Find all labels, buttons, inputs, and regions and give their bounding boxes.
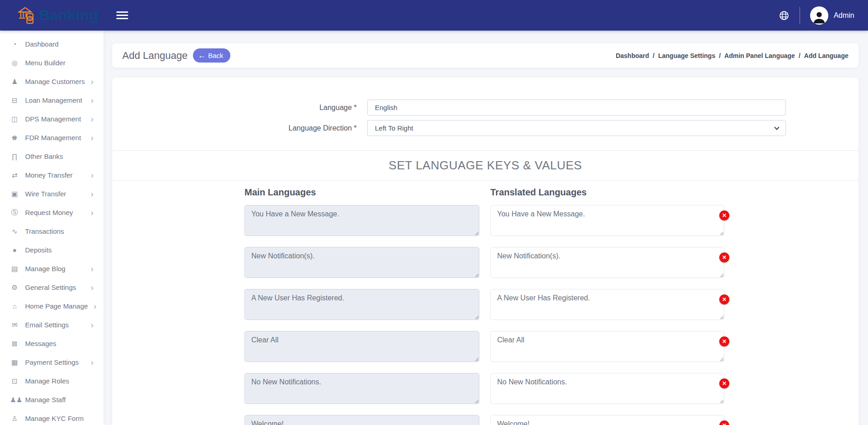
sidebar-item-fdr-management[interactable]: ♚ FDR Management ›	[0, 128, 104, 147]
sidebar-item-wire-transfer[interactable]: ▣ Wire Transfer ›	[0, 184, 104, 203]
sidebar-item-manage-customers[interactable]: ♟ Manage Customers ›	[0, 72, 104, 91]
main-language-textarea[interactable]: Clear All	[244, 331, 479, 362]
back-button-label: Back	[208, 52, 223, 59]
brand-logo[interactable]: $ Banking	[0, 4, 104, 27]
page-title: Add Language	[122, 50, 187, 62]
translated-language-textarea[interactable]: New Notification(s).	[490, 247, 724, 278]
sidebar-item-other-banks[interactable]: ∏ Other Banks	[0, 147, 104, 166]
exchange-arrows-icon: ⇄	[10, 171, 19, 179]
sidebar-item-payment-settings[interactable]: ▦ Payment Settings ›	[0, 353, 104, 372]
breadcrumb-current: Add Language	[804, 52, 848, 59]
sidebar-item-menu-builder[interactable]: ◎ Menu Builder	[0, 53, 104, 72]
sidebar-item-label: Email Settings	[25, 321, 69, 329]
main-language-textarea[interactable]: A New User Has Registered.	[244, 289, 479, 320]
sidebar-item-label: Deposits	[25, 246, 52, 254]
sidebar-item-label: Manage KYC Form	[25, 415, 83, 422]
chevron-right-icon: ›	[91, 78, 94, 86]
translated-language-textarea[interactable]: Welcome!	[490, 415, 724, 425]
remove-row-button[interactable]: ✕	[719, 294, 729, 304]
cash-register-icon: ⊟	[10, 96, 19, 105]
language-globe-icon[interactable]	[779, 10, 790, 21]
remove-row-button[interactable]: ✕	[719, 252, 729, 262]
brand-name: Banking	[39, 7, 99, 24]
breadcrumb-dashboard[interactable]: Dashboard	[616, 52, 649, 59]
breadcrumb-language-settings[interactable]: Language Settings	[658, 52, 715, 59]
sidebar-toggle-hamburger-icon[interactable]	[116, 11, 128, 19]
sidebar-item-deposits[interactable]: ● Deposits	[0, 241, 104, 259]
blog-icon: ▤	[10, 265, 19, 273]
sidebar-item-manage-roles[interactable]: ⊡ Manage Roles	[0, 372, 104, 390]
sidebar-item-dashboard[interactable]: ◔ Dashboard	[0, 35, 104, 53]
bank-columns-icon: ∏	[10, 152, 19, 160]
sidebar-item-label: Manage Blog	[25, 265, 65, 273]
remove-row-button[interactable]: ✕	[719, 420, 729, 425]
sidebar-item-label: Manage Staff	[25, 396, 66, 404]
chevron-right-icon: ›	[91, 115, 94, 123]
sidebar-item-label: FDR Management	[25, 134, 81, 142]
admin-avatar	[810, 6, 828, 25]
translated-language-textarea[interactable]: You Have a New Message.	[490, 205, 724, 236]
language-direction-label: Language Direction *	[112, 124, 367, 132]
main-languages-heading: Main Languages	[244, 187, 490, 198]
sidebar-item-label: Request Money	[25, 209, 73, 216]
sidebar: ◔ Dashboard ◎ Menu Builder ♟ Manage Cust…	[0, 31, 104, 425]
main-language-textarea[interactable]: You Have a New Message.	[244, 205, 479, 236]
breadcrumb-separator: /	[653, 52, 655, 59]
chevron-right-icon: ›	[91, 171, 94, 179]
remove-row-button[interactable]: ✕	[719, 210, 729, 220]
money-request-icon: Ⓢ	[10, 208, 19, 217]
back-button[interactable]: ← Back	[193, 48, 230, 63]
sidebar-item-home-page-manage[interactable]: ⌂ Home Page Manage ›	[0, 297, 104, 315]
sidebar-item-manage-blog[interactable]: ▤ Manage Blog ›	[0, 259, 104, 278]
remove-row-button[interactable]: ✕	[719, 336, 729, 346]
sidebar-item-label: Menu Builder	[25, 59, 65, 67]
sidebar-item-request-money[interactable]: Ⓢ Request Money ›	[0, 203, 104, 222]
sidebar-item-label: DPS Management	[25, 115, 81, 123]
sidebar-item-messages[interactable]: ⊠ Messages	[0, 334, 104, 353]
chevron-right-icon: ›	[91, 190, 94, 198]
breadcrumb: Dashboard / Language Settings / Admin Pa…	[616, 52, 848, 59]
sidebar-item-label: Payment Settings	[25, 358, 79, 366]
sidebar-item-dps-management[interactable]: ◫ DPS Management ›	[0, 110, 104, 128]
main-language-textarea[interactable]: New Notification(s).	[244, 247, 479, 278]
sidebar-item-loan-management[interactable]: ⊟ Loan Management ›	[0, 91, 104, 110]
x-circle-icon: ✕	[722, 213, 727, 218]
sidebar-item-manage-kyc-form[interactable]: ♙ Manage KYC Form	[0, 409, 104, 425]
x-circle-icon: ✕	[722, 339, 727, 344]
language-input[interactable]	[367, 100, 786, 115]
gears-icon: ⚙	[10, 283, 19, 292]
main-language-textarea[interactable]: Welcome!	[244, 415, 479, 425]
chevron-right-icon: ›	[91, 265, 94, 273]
language-row: Welcome! Welcome! ✕	[244, 415, 724, 425]
language-row: New Notification(s). New Notification(s)…	[244, 247, 724, 280]
sidebar-item-general-settings[interactable]: ⚙ General Settings ›	[0, 278, 104, 297]
sidebar-item-label: Money Transfer	[25, 171, 73, 179]
language-direction-select[interactable]: Left To Right	[367, 120, 786, 136]
translated-language-textarea[interactable]: Clear All	[490, 331, 724, 362]
user-icon: ♟	[10, 78, 19, 86]
language-row: No New Notifications. No New Notificatio…	[244, 373, 724, 406]
language-row: Clear All Clear All ✕	[244, 331, 724, 364]
sidebar-item-manage-staff[interactable]: ♟♟ Manage Staff	[0, 390, 104, 409]
top-navbar: $ Banking Admin	[0, 0, 868, 31]
language-row: A New User Has Registered. A New User Ha…	[244, 289, 724, 322]
sidebar-item-label: Wire Transfer	[25, 190, 66, 198]
main-language-textarea[interactable]: No New Notifications.	[244, 373, 479, 404]
envelope-icon: ✉	[10, 321, 19, 329]
sidebar-item-label: Other Banks	[25, 152, 63, 160]
remove-row-button[interactable]: ✕	[719, 378, 729, 388]
credit-card-icon: ▦	[10, 358, 19, 367]
admin-menu[interactable]: Admin	[810, 6, 854, 25]
sidebar-item-money-transfer[interactable]: ⇄ Money Transfer ›	[0, 166, 104, 184]
sidebar-item-label: Transactions	[25, 227, 64, 235]
chevron-right-icon: ›	[91, 209, 94, 217]
language-row: You Have a New Message. You Have a New M…	[244, 205, 724, 238]
translated-language-textarea[interactable]: A New User Has Registered.	[490, 289, 724, 320]
back-arrow-icon: ←	[198, 52, 206, 59]
breadcrumb-admin-panel-language[interactable]: Admin Panel Language	[724, 52, 795, 59]
sidebar-item-email-settings[interactable]: ✉ Email Settings ›	[0, 315, 104, 334]
sidebar-item-label: Messages	[25, 340, 56, 347]
translated-language-textarea[interactable]: No New Notifications.	[490, 373, 724, 404]
add-language-card: Language * Language Direction * Left To …	[112, 78, 858, 425]
sidebar-item-transactions[interactable]: ∿ Transactions	[0, 222, 104, 241]
